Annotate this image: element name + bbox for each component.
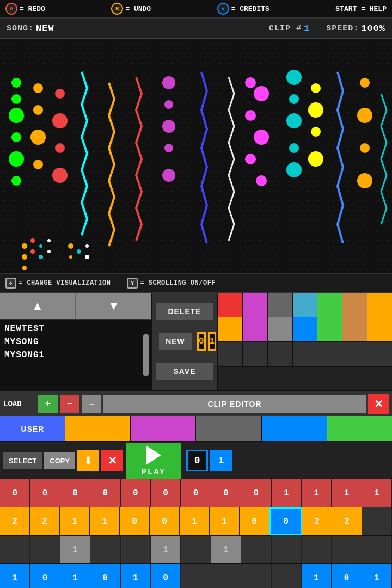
color-purple-2[interactable]	[243, 317, 268, 341]
seq-cell[interactable]: 1	[0, 564, 30, 588]
user-button[interactable]: USER	[0, 416, 65, 441]
user-color-4[interactable]	[262, 416, 327, 441]
arrow-button[interactable]: →	[82, 395, 101, 413]
seq-cell[interactable]: 0	[240, 507, 270, 535]
seq-cell[interactable]	[241, 536, 271, 564]
color-purple[interactable]	[243, 293, 268, 317]
seq-cell[interactable]	[181, 536, 211, 564]
plus-button[interactable]: +	[38, 395, 58, 413]
clip-editor-button[interactable]: CLIP EDITOR	[103, 395, 366, 413]
seq-cell[interactable]: 0	[241, 479, 271, 507]
seq-cell[interactable]: 0	[121, 479, 151, 507]
seq-cell[interactable]: 1	[332, 479, 362, 507]
color-brown[interactable]	[342, 293, 367, 317]
redo-control[interactable]: A = REDO	[5, 3, 45, 15]
seq-cell[interactable]	[362, 536, 392, 564]
color-green-2[interactable]	[317, 317, 342, 341]
seq-cell[interactable]: 0	[211, 479, 241, 507]
seq-cell[interactable]: 0	[332, 564, 362, 588]
seq-cell[interactable]: 0	[30, 564, 60, 588]
seq-cell[interactable]: 1	[272, 479, 302, 507]
seq-cell[interactable]: 0	[60, 479, 90, 507]
seq-cell[interactable]: 2	[332, 507, 362, 535]
seq-cell[interactable]	[302, 536, 332, 564]
seq-cell[interactable]: 1	[362, 479, 392, 507]
clip-display-0[interactable]: 0	[186, 450, 208, 471]
seq-cell[interactable]: 0	[150, 507, 180, 535]
seq-cell[interactable]	[0, 536, 30, 564]
clip-display-1[interactable]: 1	[210, 450, 232, 471]
seq-cell[interactable]: 0	[151, 479, 181, 507]
seq-cell[interactable]: 0	[30, 479, 60, 507]
color-orange-3[interactable]	[367, 317, 392, 341]
seq-cell[interactable]	[241, 564, 271, 588]
undo-control[interactable]: B = UNDO	[111, 3, 151, 15]
seq-cell-cursor[interactable]: 0	[270, 507, 302, 535]
seq-cell[interactable]: 1	[180, 507, 210, 535]
seq-cell[interactable]: 1	[151, 536, 181, 564]
seq-cell[interactable]: 1	[60, 507, 90, 535]
color-orange[interactable]	[367, 293, 392, 317]
seq-cell[interactable]: 1	[302, 564, 332, 588]
seq-cell[interactable]: 1	[211, 536, 241, 564]
seq-cell[interactable]: 2	[30, 507, 60, 535]
color-gray-2[interactable]	[268, 317, 293, 341]
seq-cell[interactable]: 1	[302, 479, 332, 507]
down-arrow-button[interactable]: ▼	[76, 293, 151, 319]
seq-cell[interactable]: 0	[181, 479, 211, 507]
seq-cell[interactable]: 1	[210, 507, 240, 535]
user-color-2[interactable]	[131, 416, 196, 441]
seq-cell[interactable]: 0	[120, 507, 150, 535]
seq-cell[interactable]: 1	[362, 564, 392, 588]
seq-cell[interactable]	[362, 507, 392, 535]
delete-button[interactable]: DELETE	[156, 303, 213, 320]
seq-cell[interactable]	[181, 564, 211, 588]
color-brown-2[interactable]	[342, 317, 367, 341]
seq-cell[interactable]: 0	[151, 564, 181, 588]
user-color-1[interactable]	[65, 416, 131, 441]
color-blue[interactable]	[293, 317, 318, 341]
seq-cell[interactable]: 0	[90, 479, 120, 507]
clip-num-1[interactable]: 1	[208, 332, 217, 351]
color-red[interactable]	[218, 293, 243, 317]
clip-num-0[interactable]: 0	[197, 332, 206, 351]
song-item[interactable]: NEWTEST	[4, 323, 147, 335]
seq-cell[interactable]: 1	[60, 564, 90, 588]
credits-control[interactable]: ✕ = CREDITS	[217, 3, 270, 15]
download-button[interactable]: ⬇	[77, 450, 99, 471]
user-color-5[interactable]	[327, 416, 392, 441]
seq-cell[interactable]	[272, 564, 302, 588]
new-button[interactable]: NEW	[159, 333, 192, 350]
seq-cell[interactable]	[90, 536, 120, 564]
select-button[interactable]: SELECT	[3, 452, 42, 469]
color-gray[interactable]	[268, 293, 293, 317]
user-color-3[interactable]	[196, 416, 261, 441]
copy-button[interactable]: COPY	[44, 452, 75, 469]
seq-cell[interactable]: 1	[121, 564, 151, 588]
seq-cell[interactable]	[332, 536, 362, 564]
seq-cell[interactable]: 1	[60, 536, 90, 564]
seq-cell[interactable]: 0	[90, 564, 120, 588]
song-item[interactable]: MYSONG	[4, 336, 147, 348]
color-green[interactable]	[317, 293, 342, 317]
a-button[interactable]: A	[5, 3, 17, 15]
seq-cell[interactable]	[272, 536, 302, 564]
song-item[interactable]: MYSONG1	[4, 349, 147, 361]
minus-button[interactable]: −	[60, 395, 79, 413]
seq-cell[interactable]: 2	[302, 507, 332, 535]
seq-cell[interactable]	[121, 536, 151, 564]
seq-cell[interactable]	[30, 536, 60, 564]
x-action-button[interactable]: ✕	[101, 450, 123, 471]
x-button[interactable]: ✕	[217, 3, 229, 15]
seq-cell[interactable]: 1	[90, 507, 120, 535]
b-button[interactable]: B	[111, 3, 123, 15]
seq-cell[interactable]: 2	[0, 507, 30, 535]
color-orange-2[interactable]	[218, 317, 243, 341]
play-button[interactable]: PLAY	[126, 443, 181, 479]
color-teal[interactable]	[293, 293, 318, 317]
seq-cell[interactable]	[211, 564, 241, 588]
up-arrow-button[interactable]: ▲	[0, 293, 76, 319]
save-button[interactable]: SAVE	[156, 363, 213, 380]
seq-cell[interactable]: 0	[0, 479, 30, 507]
close-button[interactable]: ✕	[368, 394, 389, 414]
